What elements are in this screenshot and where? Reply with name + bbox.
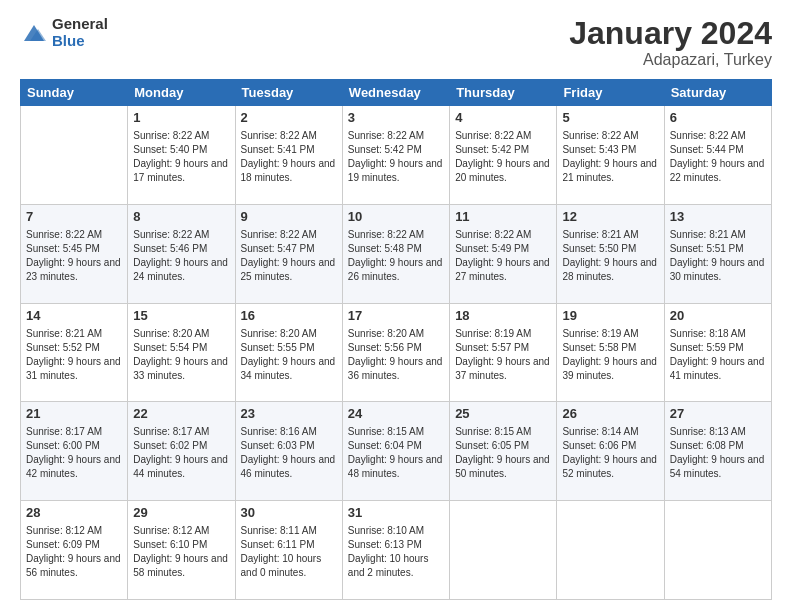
cell-day-number: 18 — [455, 307, 551, 326]
cell-info: Sunrise: 8:17 AMSunset: 6:02 PMDaylight:… — [133, 425, 229, 481]
calendar-cell: 3Sunrise: 8:22 AMSunset: 5:42 PMDaylight… — [342, 106, 449, 205]
cell-info: Sunrise: 8:22 AMSunset: 5:46 PMDaylight:… — [133, 228, 229, 284]
cell-day-number: 29 — [133, 504, 229, 523]
calendar-cell: 11Sunrise: 8:22 AMSunset: 5:49 PMDayligh… — [450, 204, 557, 303]
cell-info: Sunrise: 8:12 AMSunset: 6:10 PMDaylight:… — [133, 524, 229, 580]
cell-day-number: 14 — [26, 307, 122, 326]
cell-info: Sunrise: 8:22 AMSunset: 5:42 PMDaylight:… — [455, 129, 551, 185]
logo-icon — [20, 19, 48, 47]
cell-info: Sunrise: 8:15 AMSunset: 6:04 PMDaylight:… — [348, 425, 444, 481]
cell-info: Sunrise: 8:11 AMSunset: 6:11 PMDaylight:… — [241, 524, 337, 580]
cell-day-number: 1 — [133, 109, 229, 128]
cell-info: Sunrise: 8:22 AMSunset: 5:49 PMDaylight:… — [455, 228, 551, 284]
calendar-cell: 16Sunrise: 8:20 AMSunset: 5:55 PMDayligh… — [235, 303, 342, 402]
logo: General Blue — [20, 16, 108, 49]
cell-day-number: 13 — [670, 208, 766, 227]
cell-info: Sunrise: 8:21 AMSunset: 5:51 PMDaylight:… — [670, 228, 766, 284]
cell-day-number: 21 — [26, 405, 122, 424]
cell-day-number: 3 — [348, 109, 444, 128]
title-block: January 2024 Adapazari, Turkey — [569, 16, 772, 69]
cell-day-number: 5 — [562, 109, 658, 128]
calendar-cell: 22Sunrise: 8:17 AMSunset: 6:02 PMDayligh… — [128, 402, 235, 501]
cell-info: Sunrise: 8:21 AMSunset: 5:52 PMDaylight:… — [26, 327, 122, 383]
cell-day-number: 7 — [26, 208, 122, 227]
cell-info: Sunrise: 8:17 AMSunset: 6:00 PMDaylight:… — [26, 425, 122, 481]
calendar-cell: 30Sunrise: 8:11 AMSunset: 6:11 PMDayligh… — [235, 501, 342, 600]
cell-day-number: 15 — [133, 307, 229, 326]
cell-info: Sunrise: 8:13 AMSunset: 6:08 PMDaylight:… — [670, 425, 766, 481]
cell-day-number: 4 — [455, 109, 551, 128]
logo-text: General Blue — [52, 16, 108, 49]
cell-info: Sunrise: 8:22 AMSunset: 5:45 PMDaylight:… — [26, 228, 122, 284]
cell-day-number: 24 — [348, 405, 444, 424]
week-row-1: 1Sunrise: 8:22 AMSunset: 5:40 PMDaylight… — [21, 106, 772, 205]
calendar-table: SundayMondayTuesdayWednesdayThursdayFrid… — [20, 79, 772, 600]
calendar-cell: 2Sunrise: 8:22 AMSunset: 5:41 PMDaylight… — [235, 106, 342, 205]
cell-day-number: 9 — [241, 208, 337, 227]
title-month: January 2024 — [569, 16, 772, 51]
header: General Blue January 2024 Adapazari, Tur… — [20, 16, 772, 69]
cell-day-number: 25 — [455, 405, 551, 424]
calendar-cell — [664, 501, 771, 600]
day-header-monday: Monday — [128, 80, 235, 106]
calendar-cell: 26Sunrise: 8:14 AMSunset: 6:06 PMDayligh… — [557, 402, 664, 501]
cell-day-number: 22 — [133, 405, 229, 424]
cell-info: Sunrise: 8:22 AMSunset: 5:44 PMDaylight:… — [670, 129, 766, 185]
calendar-cell: 8Sunrise: 8:22 AMSunset: 5:46 PMDaylight… — [128, 204, 235, 303]
calendar-cell: 17Sunrise: 8:20 AMSunset: 5:56 PMDayligh… — [342, 303, 449, 402]
calendar-cell: 1Sunrise: 8:22 AMSunset: 5:40 PMDaylight… — [128, 106, 235, 205]
cell-info: Sunrise: 8:20 AMSunset: 5:55 PMDaylight:… — [241, 327, 337, 383]
cell-info: Sunrise: 8:10 AMSunset: 6:13 PMDaylight:… — [348, 524, 444, 580]
cell-day-number: 8 — [133, 208, 229, 227]
cell-day-number: 6 — [670, 109, 766, 128]
cell-info: Sunrise: 8:16 AMSunset: 6:03 PMDaylight:… — [241, 425, 337, 481]
calendar-cell — [557, 501, 664, 600]
calendar-cell — [450, 501, 557, 600]
cell-info: Sunrise: 8:22 AMSunset: 5:43 PMDaylight:… — [562, 129, 658, 185]
cell-info: Sunrise: 8:19 AMSunset: 5:57 PMDaylight:… — [455, 327, 551, 383]
week-row-5: 28Sunrise: 8:12 AMSunset: 6:09 PMDayligh… — [21, 501, 772, 600]
calendar-cell: 23Sunrise: 8:16 AMSunset: 6:03 PMDayligh… — [235, 402, 342, 501]
cell-info: Sunrise: 8:21 AMSunset: 5:50 PMDaylight:… — [562, 228, 658, 284]
calendar-cell: 20Sunrise: 8:18 AMSunset: 5:59 PMDayligh… — [664, 303, 771, 402]
calendar-cell: 29Sunrise: 8:12 AMSunset: 6:10 PMDayligh… — [128, 501, 235, 600]
calendar-cell: 5Sunrise: 8:22 AMSunset: 5:43 PMDaylight… — [557, 106, 664, 205]
day-header-wednesday: Wednesday — [342, 80, 449, 106]
day-header-saturday: Saturday — [664, 80, 771, 106]
page: General Blue January 2024 Adapazari, Tur… — [0, 0, 792, 612]
cell-day-number: 26 — [562, 405, 658, 424]
cell-day-number: 28 — [26, 504, 122, 523]
cell-day-number: 2 — [241, 109, 337, 128]
calendar-cell: 31Sunrise: 8:10 AMSunset: 6:13 PMDayligh… — [342, 501, 449, 600]
cell-day-number: 30 — [241, 504, 337, 523]
calendar-cell: 24Sunrise: 8:15 AMSunset: 6:04 PMDayligh… — [342, 402, 449, 501]
day-header-friday: Friday — [557, 80, 664, 106]
cell-info: Sunrise: 8:12 AMSunset: 6:09 PMDaylight:… — [26, 524, 122, 580]
calendar-cell: 21Sunrise: 8:17 AMSunset: 6:00 PMDayligh… — [21, 402, 128, 501]
day-header-thursday: Thursday — [450, 80, 557, 106]
cell-day-number: 11 — [455, 208, 551, 227]
cell-day-number: 19 — [562, 307, 658, 326]
day-header-sunday: Sunday — [21, 80, 128, 106]
calendar-cell: 28Sunrise: 8:12 AMSunset: 6:09 PMDayligh… — [21, 501, 128, 600]
calendar-cell: 4Sunrise: 8:22 AMSunset: 5:42 PMDaylight… — [450, 106, 557, 205]
cell-day-number: 10 — [348, 208, 444, 227]
calendar-cell: 9Sunrise: 8:22 AMSunset: 5:47 PMDaylight… — [235, 204, 342, 303]
calendar-cell: 25Sunrise: 8:15 AMSunset: 6:05 PMDayligh… — [450, 402, 557, 501]
calendar-cell: 13Sunrise: 8:21 AMSunset: 5:51 PMDayligh… — [664, 204, 771, 303]
calendar-cell: 15Sunrise: 8:20 AMSunset: 5:54 PMDayligh… — [128, 303, 235, 402]
week-row-3: 14Sunrise: 8:21 AMSunset: 5:52 PMDayligh… — [21, 303, 772, 402]
cell-day-number: 17 — [348, 307, 444, 326]
cell-day-number: 20 — [670, 307, 766, 326]
week-row-4: 21Sunrise: 8:17 AMSunset: 6:00 PMDayligh… — [21, 402, 772, 501]
cell-info: Sunrise: 8:20 AMSunset: 5:54 PMDaylight:… — [133, 327, 229, 383]
logo-blue-text: Blue — [52, 33, 108, 50]
calendar-cell: 19Sunrise: 8:19 AMSunset: 5:58 PMDayligh… — [557, 303, 664, 402]
cell-info: Sunrise: 8:22 AMSunset: 5:47 PMDaylight:… — [241, 228, 337, 284]
calendar-cell: 7Sunrise: 8:22 AMSunset: 5:45 PMDaylight… — [21, 204, 128, 303]
cell-day-number: 16 — [241, 307, 337, 326]
calendar-header-row: SundayMondayTuesdayWednesdayThursdayFrid… — [21, 80, 772, 106]
title-location: Adapazari, Turkey — [569, 51, 772, 69]
calendar-cell: 18Sunrise: 8:19 AMSunset: 5:57 PMDayligh… — [450, 303, 557, 402]
cell-info: Sunrise: 8:22 AMSunset: 5:41 PMDaylight:… — [241, 129, 337, 185]
